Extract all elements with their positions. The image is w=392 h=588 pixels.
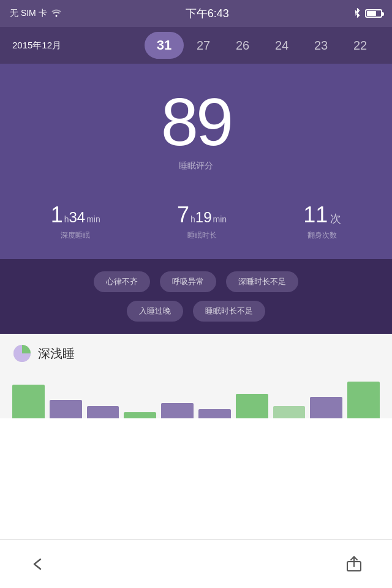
score-number: 89 <box>161 88 231 156</box>
deep-sleep-min-unit: min <box>86 214 100 224</box>
month-label: 2015年12月 <box>12 40 61 51</box>
tag-4[interactable]: 睡眠时长不足 <box>193 301 265 322</box>
sleep-duration-label: 睡眠时长 <box>187 230 217 241</box>
stat-turn-count: 11 次 翻身次数 <box>303 202 341 241</box>
stat-sleep-duration: 7 h 19 min 睡眠时长 <box>177 202 227 241</box>
turn-count-label: 翻身次数 <box>307 230 337 241</box>
score-section: 89 睡眠评分 <box>0 64 392 190</box>
chart-bar-6 <box>198 409 231 418</box>
sleep-title: 深浅睡 <box>38 345 75 362</box>
chart-bar-4 <box>124 412 156 418</box>
sleep-dur-h: 7 <box>177 202 189 228</box>
status-time: 下午6:43 <box>186 6 229 21</box>
status-left: 无 SIM 卡 <box>10 8 62 19</box>
battery-icon <box>365 9 382 18</box>
score-label: 睡眠评分 <box>179 160 213 172</box>
sleep-dur-min: 19 <box>195 209 212 226</box>
sleep-pie-icon <box>12 344 32 363</box>
stats-row: 1 h 34 min 深度睡眠 7 h 19 min 睡眠时长 11 次 翻身次… <box>0 190 392 259</box>
status-bar: 无 SIM 卡 下午6:43 <box>0 0 392 27</box>
chart-bar-8 <box>273 406 306 418</box>
chart-bar-7 <box>236 394 268 418</box>
tag-2[interactable]: 深睡时长不足 <box>226 271 298 292</box>
chart-area <box>0 369 392 418</box>
date-item-4[interactable]: 23 <box>301 32 341 59</box>
bottom-nav <box>0 539 392 588</box>
chart-bar-5 <box>161 403 194 418</box>
date-item-0[interactable]: 31 <box>145 32 184 59</box>
chart-bar-9 <box>310 397 342 418</box>
date-item-1[interactable]: 27 <box>184 32 223 59</box>
stat-deep-sleep: 1 h 34 min 深度睡眠 <box>51 202 100 241</box>
tags-row-1: 心律不齐 呼吸异常 深睡时长不足 <box>12 271 380 292</box>
turn-count-unit: 次 <box>330 211 341 226</box>
sleep-dur-min-unit: min <box>213 214 227 224</box>
deep-sleep-h-unit: h <box>64 214 69 224</box>
date-nav: 2015年12月 31 27 26 24 23 22 <box>0 27 392 64</box>
chart-bar-2 <box>50 400 82 418</box>
tag-0[interactable]: 心律不齐 <box>94 271 150 292</box>
date-item-3[interactable]: 24 <box>262 32 301 59</box>
date-items: 31 27 26 24 23 22 <box>67 32 380 59</box>
sleep-dur-h-unit: h <box>190 214 195 224</box>
deep-sleep-min: 34 <box>69 209 85 226</box>
date-item-5[interactable]: 22 <box>341 32 380 59</box>
tags-row-2: 入睡过晚 睡眠时长不足 <box>12 301 380 322</box>
sleep-section: 深浅睡 <box>0 334 392 369</box>
back-button[interactable] <box>24 551 51 578</box>
share-button[interactable] <box>341 551 368 578</box>
carrier-text: 无 SIM 卡 <box>10 8 47 19</box>
bluetooth-icon <box>353 7 361 20</box>
status-right <box>353 7 382 20</box>
tag-3[interactable]: 入睡过晚 <box>127 301 183 322</box>
chart-bar-10 <box>347 382 380 418</box>
wifi-icon <box>51 9 62 19</box>
tags-section: 心律不齐 呼吸异常 深睡时长不足 入睡过晚 睡眠时长不足 <box>0 259 392 334</box>
deep-sleep-label: 深度睡眠 <box>61 230 90 241</box>
chart-bar-3 <box>87 406 119 418</box>
turn-count-num: 11 <box>303 202 328 228</box>
date-item-2[interactable]: 26 <box>223 32 262 59</box>
chart-bar-1 <box>12 385 45 418</box>
tag-1[interactable]: 呼吸异常 <box>160 271 216 292</box>
deep-sleep-h: 1 <box>51 202 63 228</box>
